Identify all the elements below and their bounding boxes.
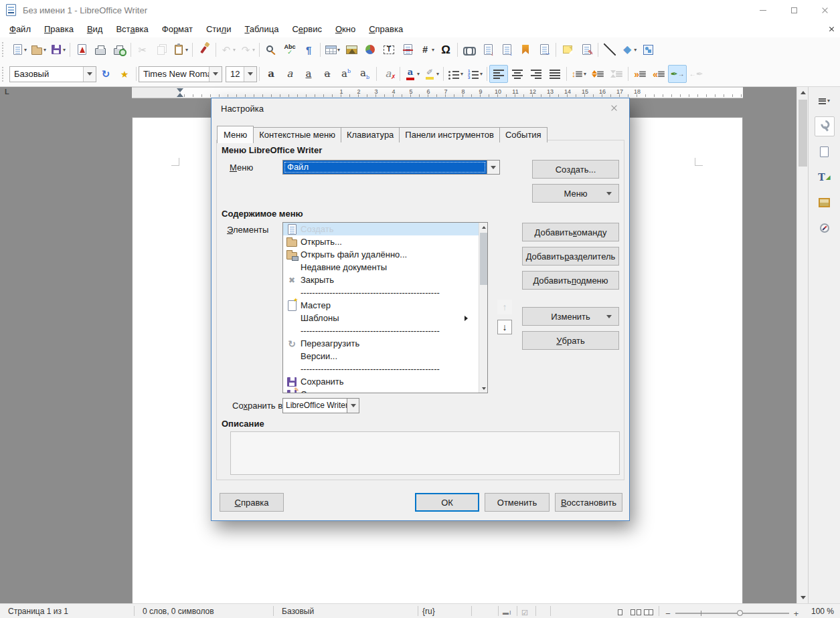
ok-button[interactable]: ОК — [415, 493, 479, 512]
dropdown-arrow-icon[interactable]: ▾ — [233, 47, 236, 53]
dropdown-arrow-icon[interactable]: ▾ — [337, 47, 340, 53]
zoom-in-icon[interactable]: + — [794, 609, 799, 618]
chevron-down-icon[interactable] — [347, 399, 359, 413]
align-justify-button[interactable] — [545, 65, 564, 83]
list-item[interactable]: Недавние документы — [283, 261, 479, 274]
insert-comment-button[interactable] — [558, 41, 577, 59]
menu-view[interactable]: Вид — [80, 21, 110, 37]
menu-edit[interactable]: Правка — [37, 21, 80, 37]
copy-button[interactable] — [152, 41, 171, 59]
clone-formatting-button[interactable] — [195, 41, 214, 59]
menu-styles[interactable]: Стили — [199, 21, 238, 37]
clear-formatting-button[interactable]: a✗ — [379, 65, 398, 83]
list-separator-item[interactable]: ----------------------------------------… — [283, 363, 479, 375]
rtl-button[interactable]: ←✒ — [687, 65, 705, 83]
insert-field-button[interactable]: #▾ — [417, 41, 436, 59]
scrollbar-thumb[interactable] — [799, 100, 807, 167]
menu-format[interactable]: Формат — [155, 21, 199, 37]
export-pdf-button[interactable] — [72, 41, 91, 59]
sidebar-item-page[interactable] — [815, 142, 835, 162]
tab-keyboard[interactable]: Клавиатура — [341, 127, 400, 142]
dialog-close-icon[interactable] — [610, 104, 618, 112]
print-button[interactable] — [91, 41, 110, 59]
font-size-combo[interactable]: 12 — [226, 66, 257, 82]
list-item[interactable]: ↻Перезагрузить — [283, 337, 479, 350]
page-style-status[interactable]: Базовый — [282, 607, 314, 616]
paste-button[interactable]: ▾ — [171, 41, 190, 59]
insert-footnote-button[interactable] — [479, 41, 497, 59]
close-icon[interactable] — [809, 0, 840, 20]
align-right-button[interactable] — [527, 65, 545, 83]
list-separator-item[interactable]: ----------------------------------------… — [283, 286, 479, 299]
list-item[interactable]: Мастер — [283, 299, 479, 312]
superscript-button[interactable]: ab — [337, 65, 355, 83]
list-item[interactable]: Создать — [283, 223, 479, 235]
dropdown-arrow-icon[interactable]: ▾ — [634, 47, 637, 53]
dropdown-arrow-icon[interactable]: ▾ — [584, 71, 586, 77]
strikethrough-button[interactable]: a — [318, 65, 337, 83]
zoom-track[interactable] — [675, 613, 789, 614]
save-in-combo[interactable]: LibreOffice Writer — [282, 398, 359, 413]
spelling-button[interactable]: Abc✓ — [280, 41, 299, 59]
para-space-increase-button[interactable] — [588, 65, 607, 83]
special-character-button[interactable]: Ω — [436, 41, 455, 59]
chevron-down-icon[interactable] — [244, 67, 256, 82]
para-space-decrease-button[interactable] — [607, 65, 626, 83]
insert-pagebreak-button[interactable] — [398, 41, 417, 59]
menu-help[interactable]: Справка — [362, 21, 410, 37]
sidebar-item-properties[interactable] — [815, 116, 835, 136]
menu-select-combo[interactable]: Файл — [282, 160, 500, 175]
dropdown-arrow-icon[interactable]: ▾ — [44, 47, 46, 53]
list-separator-item[interactable]: ----------------------------------------… — [283, 324, 479, 337]
list-item[interactable]: Сохранить — [283, 375, 479, 388]
modify-button[interactable]: Изменить — [522, 307, 619, 326]
multi-page-view-icon[interactable] — [630, 607, 642, 618]
symbol-shapes-button[interactable] — [639, 41, 657, 59]
dropdown-arrow-icon[interactable]: ▾ — [417, 71, 420, 77]
italic-button[interactable]: a — [280, 65, 299, 83]
chevron-down-icon[interactable] — [209, 67, 222, 82]
insert-endnote-button[interactable] — [497, 41, 516, 59]
tab-toolbars[interactable]: Панели инструментов — [399, 127, 500, 142]
sidebar-item-sidebar-settings[interactable]: ▾ — [815, 91, 835, 111]
list-item[interactable]: ✎Сохранить как... — [283, 388, 479, 393]
scroll-down-icon[interactable] — [479, 384, 488, 393]
vertical-scrollbar[interactable] — [796, 87, 808, 603]
scroll-up-icon[interactable] — [479, 223, 488, 231]
insert-textbox-button[interactable]: T — [380, 41, 398, 59]
basic-shapes-button[interactable]: ◆▾ — [619, 41, 639, 59]
subscript-button[interactable]: ab — [355, 65, 374, 83]
insert-hyperlink-button[interactable] — [460, 41, 479, 59]
menu-insert[interactable]: Вставка — [109, 21, 155, 37]
maximize-icon[interactable] — [778, 0, 809, 20]
list-item[interactable]: Шаблоны — [283, 312, 479, 324]
align-center-button[interactable] — [508, 65, 527, 83]
indent-increase-button[interactable]: » — [631, 65, 649, 83]
toolbar-grip[interactable] — [2, 67, 6, 82]
undo-button[interactable]: ↶▾ — [218, 41, 238, 59]
bullet-list-button[interactable]: ▾ — [446, 65, 465, 83]
minimize-icon[interactable] — [748, 0, 778, 20]
list-scrollbar[interactable] — [479, 223, 487, 393]
highlight-color-button[interactable]: ✐▾ — [422, 65, 441, 83]
paragraph-style-combo[interactable]: Базовый — [9, 66, 96, 82]
update-style-button[interactable]: ↻ — [96, 65, 115, 83]
add-command-button[interactable]: Добавить команду — [522, 223, 619, 241]
cut-button[interactable]: ✂ — [133, 41, 152, 59]
dropdown-arrow-icon[interactable]: ▾ — [63, 47, 66, 53]
add-submenu-button[interactable]: Добавить подменю — [522, 271, 619, 290]
sidebar-item-styles[interactable]: T◢ — [815, 167, 835, 187]
tab-events[interactable]: События — [499, 127, 548, 142]
underline-button[interactable]: a — [299, 65, 318, 83]
numbered-list-button[interactable]: 123▾ — [465, 65, 485, 83]
toolbar-grip[interactable] — [2, 42, 6, 57]
open-button[interactable]: ▾ — [29, 41, 48, 59]
help-button[interactable]: Справка — [220, 493, 284, 512]
dropdown-arrow-icon[interactable]: ▾ — [185, 47, 188, 53]
sidebar-item-navigator[interactable] — [815, 218, 835, 238]
dropdown-arrow-icon[interactable] — [606, 192, 612, 195]
close-document-icon[interactable] — [829, 26, 835, 32]
insert-bookmark-button[interactable] — [516, 41, 535, 59]
selection-mode-icon[interactable]: ☑ — [521, 607, 528, 618]
print-preview-button[interactable] — [110, 41, 129, 59]
